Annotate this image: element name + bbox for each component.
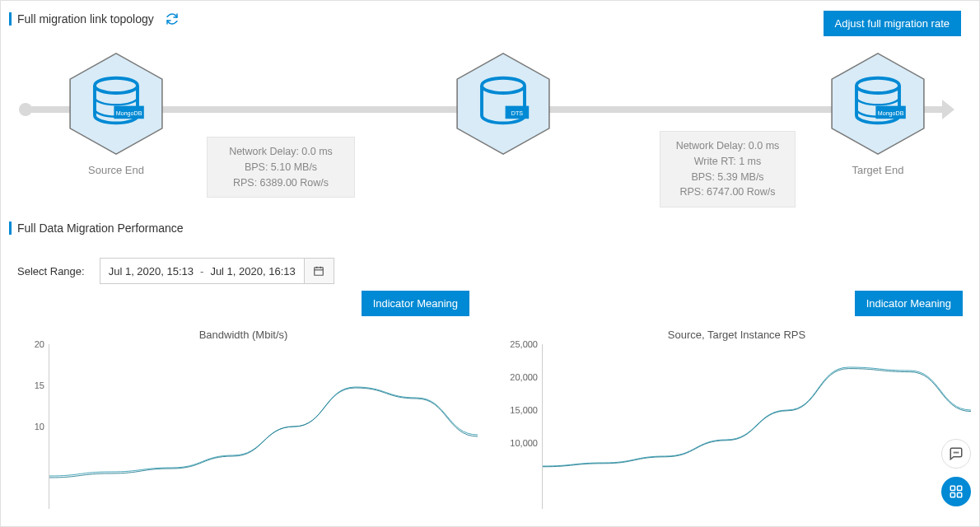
svg-rect-17	[958, 486, 962, 490]
indicator-meaning-button[interactable]: Indicator Meaning	[362, 291, 469, 316]
dts-hex-icon: DTS	[450, 50, 557, 157]
dts-node: DTS	[429, 50, 577, 157]
calendar-icon[interactable]	[304, 259, 334, 283]
link2-bps: BPS: 5.39 MB/s	[672, 170, 783, 185]
date-range-picker[interactable]: Jul 1, 2020, 15:13 - Jul 1, 2020, 16:13	[100, 258, 334, 284]
bandwidth-chart: Indicator Meaning Bandwidth (Mbit/s) 101…	[9, 291, 478, 509]
apps-icon[interactable]	[941, 477, 971, 506]
link1-bps: BPS: 5.10 MB/s	[219, 160, 343, 175]
range-label: Select Range:	[17, 265, 85, 277]
target-label: Target End	[804, 164, 952, 176]
performance-title: Full Data Migration Performance	[17, 222, 184, 235]
chat-icon[interactable]	[941, 439, 971, 469]
bandwidth-chart-area: 101520	[49, 344, 478, 509]
source-label: Source End	[42, 164, 190, 176]
source-node: MongoDB Source End	[42, 50, 190, 176]
dts-badge-label: DTS	[511, 110, 523, 117]
target-node: MongoDB Target End	[804, 50, 952, 176]
svg-point-15	[958, 452, 959, 453]
y-tick: 25,000	[506, 339, 538, 349]
topology-diagram: MongoDB Source End DTS	[9, 42, 971, 207]
source-hex-icon: MongoDB	[63, 50, 170, 157]
range-separator: -	[200, 265, 203, 277]
y-tick: 20	[13, 339, 44, 349]
link2-info: Network Delay: 0.0 ms Write RT: 1 ms BPS…	[660, 131, 796, 208]
svg-rect-19	[958, 493, 962, 497]
link2-write-rt: Write RT: 1 ms	[672, 154, 783, 170]
range-start: Jul 1, 2020, 15:13	[109, 265, 194, 277]
svg-marker-3	[457, 54, 549, 154]
range-end: Jul 1, 2020, 16:13	[210, 265, 295, 277]
link1-delay: Network Delay: 0.0 ms	[219, 144, 343, 160]
svg-rect-9	[315, 268, 324, 275]
svg-point-14	[956, 452, 957, 453]
source-badge-label: MongoDB	[116, 110, 142, 117]
y-tick: 10,000	[506, 438, 538, 448]
svg-point-13	[954, 452, 954, 453]
link2-delay: Network Delay: 0.0 ms	[672, 138, 783, 154]
section-accent-bar	[9, 12, 12, 26]
topology-title: Full migration link topology	[17, 12, 154, 26]
y-tick: 10	[13, 422, 44, 431]
target-badge-label: MongoDB	[878, 110, 904, 117]
y-tick: 15	[13, 380, 44, 390]
section-accent-bar	[9, 222, 12, 235]
y-tick: 20,000	[506, 372, 538, 382]
link1-rps: RPS: 6389.00 Row/s	[219, 175, 343, 191]
refresh-icon[interactable]	[166, 12, 179, 26]
rps-chart-area: 10,00015,00020,00025,000	[542, 344, 971, 509]
link1-info: Network Delay: 0.0 ms BPS: 5.10 MB/s RPS…	[207, 137, 355, 198]
indicator-meaning-button[interactable]: Indicator Meaning	[855, 291, 963, 316]
adjust-migration-rate-button[interactable]: Adjust full migration rate	[824, 11, 961, 36]
bandwidth-chart-title: Bandwidth (Mbit/s)	[9, 329, 478, 341]
target-hex-icon: MongoDB	[824, 50, 931, 157]
y-tick: 15,000	[506, 405, 538, 415]
svg-rect-18	[950, 493, 954, 497]
svg-rect-16	[950, 486, 954, 490]
rps-chart-title: Source, Target Instance RPS	[502, 329, 971, 341]
link2-rps: RPS: 6747.00 Row/s	[672, 184, 783, 200]
rps-chart: Indicator Meaning Source, Target Instanc…	[502, 291, 971, 509]
